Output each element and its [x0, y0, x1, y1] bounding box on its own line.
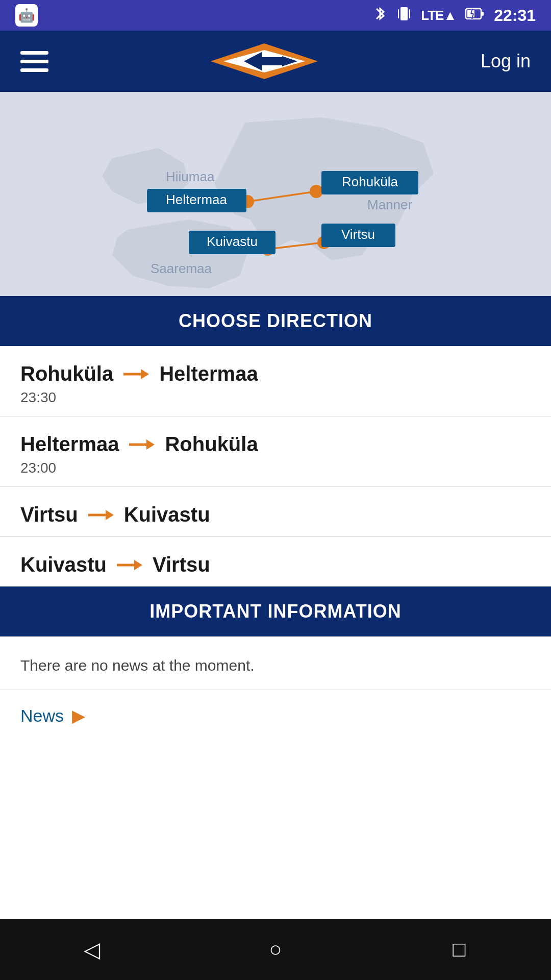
bluetooth-icon	[373, 5, 387, 27]
hamburger-line-1	[20, 51, 48, 55]
svg-text:Heltermaa: Heltermaa	[166, 192, 227, 207]
lte-signal-icon: LTE▲	[421, 8, 456, 23]
route-from-4: Kuivastu	[20, 553, 107, 576]
route-item-kuivastu-virtsu[interactable]: Kuivastu Virtsu	[0, 537, 551, 586]
info-text: There are no news at the moment.	[0, 636, 551, 690]
route-arrow-2	[129, 437, 155, 452]
route-arrow-3	[88, 507, 114, 523]
route-title-4: Kuivastu Virtsu	[20, 553, 531, 576]
status-bar-left: 🤖	[15, 4, 38, 27]
important-section: IMPORTANT INFORMATION There are no news …	[0, 586, 551, 741]
svg-rect-0	[400, 7, 408, 20]
route-item-heltermaa-rohukyla[interactable]: Heltermaa Rohuküla 23:00	[0, 416, 551, 487]
route-arrow-4	[117, 557, 142, 573]
hamburger-line-2	[20, 60, 48, 63]
vibrate-icon	[396, 5, 412, 26]
route-list: Rohuküla Heltermaa 23:30 Heltermaa Rohuk…	[0, 346, 551, 586]
route-arrow-1	[123, 366, 149, 382]
svg-marker-33	[146, 439, 155, 450]
svg-text:Kuivastu: Kuivastu	[207, 234, 258, 249]
svg-marker-35	[106, 510, 114, 520]
hamburger-line-3	[20, 68, 48, 72]
choose-direction-heading: CHOOSE DIRECTION	[0, 296, 551, 346]
route-to-1: Heltermaa	[159, 362, 258, 385]
news-link-label: News	[20, 706, 64, 726]
notification-icon: 🤖	[15, 4, 38, 27]
svg-text:Virtsu: Virtsu	[341, 227, 375, 242]
svg-marker-31	[141, 369, 149, 379]
svg-rect-4	[481, 12, 484, 16]
route-title-3: Virtsu Kuivastu	[20, 503, 531, 526]
login-button[interactable]: Log in	[481, 51, 531, 72]
hamburger-menu[interactable]	[20, 51, 48, 72]
news-arrow-icon: ▶	[72, 705, 85, 726]
svg-text:Rohuküla: Rohuküla	[342, 174, 398, 189]
recent-apps-button[interactable]: □	[439, 929, 480, 970]
back-button[interactable]: ◁	[71, 929, 112, 970]
route-item-rohukyla-heltermaa[interactable]: Rohuküla Heltermaa 23:30	[0, 346, 551, 416]
svg-rect-1	[398, 9, 399, 18]
news-link[interactable]: News ▶	[0, 690, 551, 741]
battery-icon	[465, 7, 485, 24]
svg-text:Manner: Manner	[367, 197, 412, 212]
status-time: 22:31	[494, 6, 536, 25]
app-header: Log in	[0, 31, 551, 92]
app-logo	[208, 41, 320, 82]
svg-text:Hiiumaa: Hiiumaa	[166, 169, 215, 184]
route-to-4: Virtsu	[153, 553, 210, 576]
bottom-nav-bar: ◁ ○ □	[0, 919, 551, 980]
svg-marker-37	[134, 560, 142, 570]
route-item-virtsu-kuivastu[interactable]: Virtsu Kuivastu	[0, 487, 551, 537]
route-time-2: 23:00	[20, 460, 531, 476]
status-bar: 🤖 LTE▲ 22:31	[0, 0, 551, 31]
svg-point-15	[310, 185, 323, 198]
route-to-3: Kuivastu	[124, 503, 210, 526]
route-title-1: Rohuküla Heltermaa	[20, 362, 531, 385]
important-info-heading: IMPORTANT INFORMATION	[0, 586, 551, 636]
route-to-2: Rohuküla	[165, 433, 258, 456]
svg-text:Saaremaa: Saaremaa	[151, 261, 212, 276]
home-button[interactable]: ○	[255, 929, 296, 970]
estonia-map: Hiiumaa Manner Saaremaa Rohuküla Helterm…	[0, 92, 551, 296]
route-from-1: Rohuküla	[20, 362, 113, 385]
route-time-1: 23:30	[20, 389, 531, 406]
route-title-2: Heltermaa Rohuküla	[20, 433, 531, 456]
map-section: Hiiumaa Manner Saaremaa Rohuküla Helterm…	[0, 92, 551, 296]
route-from-3: Virtsu	[20, 503, 78, 526]
route-from-2: Heltermaa	[20, 433, 119, 456]
svg-rect-2	[409, 9, 410, 18]
